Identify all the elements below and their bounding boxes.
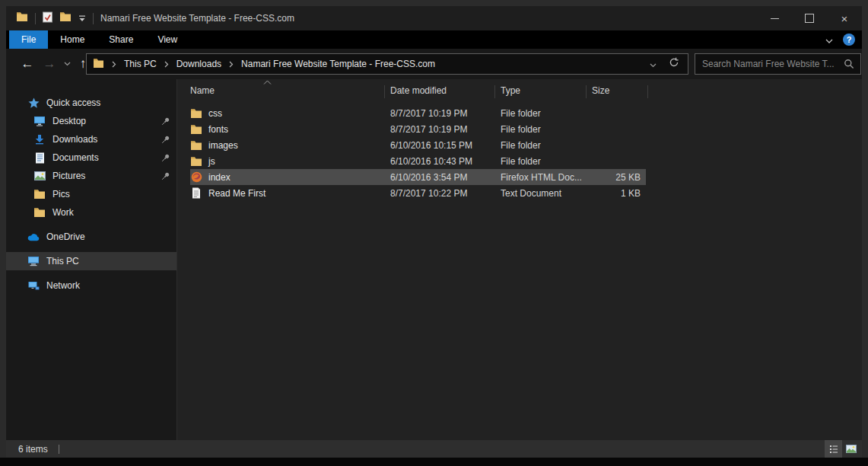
column-header-type[interactable]: Type <box>501 85 520 96</box>
file-row-css[interactable]: css8/7/2017 10:19 PMFile folder <box>190 105 646 121</box>
new-folder-icon[interactable] <box>59 11 72 25</box>
sidebar-item-label: Work <box>52 207 74 218</box>
pin-icon[interactable] <box>161 153 170 162</box>
breadcrumb: This PCDownloadsNamari Free Website Temp… <box>87 58 435 71</box>
maximize-icon <box>805 14 814 23</box>
sidebar-item-pics[interactable]: Pics <box>6 185 176 203</box>
app-folder-icon <box>16 11 28 25</box>
folder-icon <box>190 140 202 151</box>
sidebar-item-onedrive[interactable]: OneDrive <box>6 228 176 246</box>
view-toggle-group <box>825 440 860 458</box>
breadcrumb-chevron-icon[interactable] <box>229 61 234 68</box>
file-type-cell: Firefox HTML Doc... <box>501 172 592 183</box>
item-count-label: 6 items <box>18 444 48 455</box>
file-date-cell: 8/7/2017 10:19 PM <box>390 108 501 119</box>
minimize-icon <box>771 18 779 19</box>
sidebar-item-downloads[interactable]: Downloads <box>6 130 176 148</box>
column-header-size[interactable]: Size <box>592 85 609 96</box>
document-icon <box>33 152 46 164</box>
cloud-icon <box>27 233 40 241</box>
pin-icon[interactable] <box>161 171 170 180</box>
folder-icon <box>33 189 46 199</box>
search-box <box>695 53 861 75</box>
ribbon-expand-chevron-icon[interactable] <box>825 33 833 46</box>
file-row-images[interactable]: images6/10/2016 10:15 PMFile folder <box>190 137 646 153</box>
content-area: Quick accessDesktopDownloadsDocumentsPic… <box>6 79 862 440</box>
breadcrumb-item[interactable]: This PC <box>124 59 157 69</box>
column-header-name[interactable]: Name <box>190 85 215 96</box>
customize-quick-access-icon[interactable] <box>78 11 86 25</box>
titlebar-separator <box>93 13 94 24</box>
search-icon[interactable] <box>844 59 860 69</box>
sidebar-item-documents[interactable]: Documents <box>6 148 176 167</box>
sidebar-item-network[interactable]: Network <box>6 276 176 295</box>
recent-locations-chevron-icon[interactable] <box>61 49 73 79</box>
address-bar[interactable]: This PCDownloadsNamari Free Website Temp… <box>86 53 688 75</box>
column-separator[interactable] <box>647 85 648 98</box>
file-row-js[interactable]: js6/10/2016 10:43 PMFile folder <box>190 153 646 169</box>
file-row-read-me-first[interactable]: Read Me First8/7/2017 10:22 PMText Docum… <box>190 185 646 201</box>
file-name-label: index <box>208 172 231 183</box>
file-name-cell: css <box>190 108 390 119</box>
back-button[interactable]: ← <box>19 49 36 79</box>
details-view-button[interactable] <box>825 440 842 458</box>
sort-ascending-icon[interactable] <box>263 80 272 85</box>
sidebar-item-work[interactable]: Work <box>6 203 176 222</box>
forward-button[interactable]: → <box>41 49 58 79</box>
file-name-label: fonts <box>208 124 228 135</box>
breadcrumb-item[interactable]: Downloads <box>176 59 221 69</box>
column-separator[interactable] <box>384 85 385 98</box>
sidebar-item-desktop[interactable]: Desktop <box>6 112 176 130</box>
sidebar-item-this-pc[interactable]: This PC <box>6 252 176 270</box>
column-separator[interactable] <box>494 85 495 98</box>
minimize-button[interactable] <box>757 6 792 30</box>
maximize-button[interactable] <box>792 6 827 30</box>
file-name-cell: images <box>190 140 390 151</box>
sidebar-item-label: Pictures <box>52 171 85 181</box>
breadcrumb-item[interactable]: Namari Free Website Template - Free-CSS.… <box>241 59 435 69</box>
file-size-cell: 25 KB <box>592 172 646 183</box>
file-rows: css8/7/2017 10:19 PMFile folderfonts8/7/… <box>177 105 862 201</box>
titlebar: Namari Free Website Template - Free-CSS.… <box>6 6 862 30</box>
search-input[interactable] <box>695 59 844 69</box>
tab-view[interactable]: View <box>145 30 189 49</box>
file-name-cell: Read Me First <box>190 187 390 199</box>
sidebar-item-quick-access[interactable]: Quick access <box>6 94 176 112</box>
tab-share[interactable]: Share <box>97 30 145 49</box>
star-icon <box>27 97 40 109</box>
folder-icon <box>190 108 202 119</box>
refresh-icon[interactable] <box>669 57 679 71</box>
file-name-label: js <box>208 156 215 167</box>
status-bar: 6 items <box>6 440 862 458</box>
close-button[interactable]: × <box>827 6 862 30</box>
sidebar-item-pictures[interactable]: Pictures <box>6 167 176 185</box>
file-row-index[interactable]: index6/10/2016 3:54 PMFirefox HTML Doc..… <box>190 169 646 185</box>
address-folder-icon <box>93 58 104 71</box>
folder-icon <box>33 207 46 218</box>
pin-icon[interactable] <box>161 116 170 126</box>
address-dropdown-chevron-icon[interactable] <box>650 57 657 71</box>
quick-access-toolbar <box>6 11 94 26</box>
file-date-cell: 8/7/2017 10:22 PM <box>390 188 501 199</box>
download-icon <box>33 134 46 145</box>
window-title: Namari Free Website Template - Free-CSS.… <box>100 13 294 24</box>
column-header-date-modified[interactable]: Date modified <box>390 85 447 96</box>
properties-icon[interactable] <box>43 11 52 26</box>
window-shadow <box>0 458 868 466</box>
breadcrumb-chevron-icon[interactable] <box>112 61 116 68</box>
large-icons-view-button[interactable] <box>842 440 860 458</box>
sidebar-item-label: Downloads <box>52 134 97 145</box>
titlebar-separator <box>35 13 36 24</box>
file-date-cell: 6/10/2016 10:15 PM <box>390 140 501 151</box>
tab-file[interactable]: File <box>9 30 48 49</box>
pin-icon[interactable] <box>161 135 170 144</box>
firefox-icon <box>190 171 202 183</box>
sidebar-item-label: Pics <box>52 189 70 199</box>
breadcrumb-chevron-icon[interactable] <box>164 61 169 68</box>
help-icon[interactable]: ? <box>843 34 855 46</box>
file-name-cell: js <box>190 156 390 167</box>
pc-icon <box>27 256 40 267</box>
tab-home[interactable]: Home <box>48 30 97 49</box>
column-separator[interactable] <box>586 85 587 98</box>
file-row-fonts[interactable]: fonts8/7/2017 10:19 PMFile folder <box>190 121 646 137</box>
